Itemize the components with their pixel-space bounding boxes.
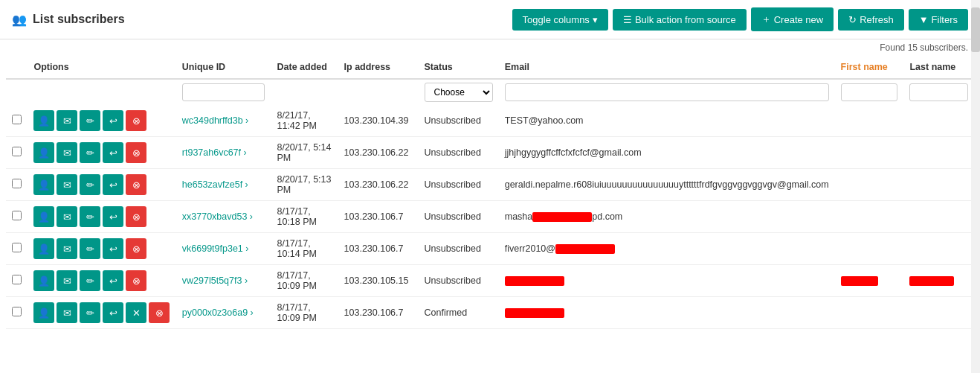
uid-link[interactable]: py000x0z3o6a9 › <box>182 307 254 318</box>
email-button[interactable]: ✉ <box>57 142 77 163</box>
uid-link[interactable]: vw297l5t5q7f3 › <box>182 275 248 286</box>
date-added: 8/17/17, 10:09 PM <box>271 265 338 297</box>
table-row: 👤✉✏↩⊗he653zavfze5f ›8/20/17, 5:13 PM103.… <box>6 169 974 201</box>
uid-link[interactable]: he653zavfze5f › <box>182 179 248 190</box>
first-name <box>835 169 904 201</box>
status: Unsubscribed <box>419 201 499 233</box>
delete-button[interactable]: ⊗ <box>126 206 146 227</box>
row-checkbox[interactable] <box>12 147 22 156</box>
undo-button[interactable]: ↩ <box>103 302 123 323</box>
undo-button[interactable]: ↩ <box>103 270 123 291</box>
email-button[interactable]: ✉ <box>57 206 77 227</box>
email <box>499 297 835 329</box>
table-row: 👤✉✏↩✕⊗py000x0z3o6a9 ›8/17/17, 10:09 PM10… <box>6 297 974 329</box>
edit-button[interactable]: ✏ <box>80 206 100 227</box>
profile-button[interactable]: 👤 <box>33 270 54 291</box>
scrollbar-thumb[interactable] <box>971 7 980 52</box>
delete-button[interactable]: ⊗ <box>149 302 170 323</box>
edit-button[interactable]: ✏ <box>80 238 100 259</box>
uid-filter-input[interactable] <box>182 83 265 101</box>
first-name <box>835 105 904 137</box>
row-checkbox[interactable] <box>12 243 22 252</box>
profile-button[interactable]: 👤 <box>33 238 54 259</box>
uid-link[interactable]: vk6699t9fp3e1 › <box>182 243 249 254</box>
lastname-filter-input[interactable] <box>909 83 968 101</box>
undo-button[interactable]: ↩ <box>103 174 123 195</box>
profile-button[interactable]: 👤 <box>33 142 54 163</box>
email: geraldi.nepalme.r608iuiuuuuuuuuuuuuuuuyt… <box>499 169 835 201</box>
refresh-button[interactable]: ↻ Refresh <box>838 9 904 31</box>
filter-row: Choose Confirmed Unsubscribed <box>6 79 974 105</box>
first-name <box>835 297 904 329</box>
toggle-columns-button[interactable]: Toggle columns <box>512 9 608 31</box>
first-name <box>835 233 904 265</box>
header-first-name: First name <box>835 56 904 79</box>
row-checkbox[interactable] <box>12 179 22 188</box>
redacted-email <box>505 276 564 286</box>
email-button[interactable]: ✉ <box>57 302 77 323</box>
subscribers-table: Options Unique ID Date added Ip address … <box>6 56 974 329</box>
uid-link[interactable]: rt937ah6vc67f › <box>182 147 247 158</box>
header-unique-id: Unique ID <box>176 56 271 79</box>
uid-link[interactable]: wc349dhrffd3b › <box>182 115 248 126</box>
profile-button[interactable]: 👤 <box>33 110 54 131</box>
redacted-firstname <box>841 276 878 286</box>
table-row: 👤✉✏↩⊗rt937ah6vc67f ›8/20/17, 5:14 PM103.… <box>6 137 974 169</box>
email-button[interactable]: ✉ <box>57 270 77 291</box>
bulk-action-button[interactable]: ☰ Bulk action from source <box>613 9 747 31</box>
header-email: Email <box>499 56 835 79</box>
uid-link[interactable]: xx3770xbavd53 › <box>182 211 253 222</box>
undo-button[interactable]: ↩ <box>103 110 123 131</box>
row-checkbox[interactable] <box>12 211 22 220</box>
table-header-row: Options Unique ID Date added Ip address … <box>6 56 974 79</box>
email: mashapd.com <box>499 201 835 233</box>
found-label: Found 15 subscribers. <box>0 39 980 56</box>
profile-button[interactable]: 👤 <box>33 206 54 227</box>
header-ip-address: Ip address <box>338 56 419 79</box>
row-checkbox[interactable] <box>12 307 22 316</box>
row-checkbox[interactable] <box>12 275 22 284</box>
email-button[interactable]: ✉ <box>57 238 77 259</box>
delete-button[interactable]: ⊗ <box>126 174 146 195</box>
delete-button[interactable]: ⊗ <box>126 270 146 291</box>
row-checkbox[interactable] <box>12 115 22 124</box>
email-button[interactable]: ✉ <box>57 110 77 131</box>
undo-button[interactable]: ↩ <box>103 238 123 259</box>
first-name <box>835 201 904 233</box>
status-filter-select[interactable]: Choose Confirmed Unsubscribed <box>425 83 493 102</box>
status: Unsubscribed <box>419 137 499 169</box>
delete-button[interactable]: ⊗ <box>126 142 146 163</box>
last-name <box>903 137 974 169</box>
action-buttons: 👤✉✏↩⊗ <box>33 206 170 227</box>
email-button[interactable]: ✉ <box>57 174 77 195</box>
edit-button[interactable]: ✏ <box>80 174 100 195</box>
profile-button[interactable]: 👤 <box>33 302 54 323</box>
edit-button[interactable]: ✏ <box>80 302 100 323</box>
subscribers-icon: 👥 <box>12 13 27 27</box>
table-row: 👤✉✏↩⊗vw297l5t5q7f3 ›8/17/17, 10:09 PM103… <box>6 265 974 297</box>
first-name <box>835 265 904 297</box>
email: fiverr2010@ <box>499 233 835 265</box>
email-filter-input[interactable] <box>505 83 829 101</box>
action-buttons: 👤✉✏↩✕⊗ <box>33 302 170 323</box>
delete-button[interactable]: ⊗ <box>126 110 146 131</box>
status: Unsubscribed <box>419 169 499 201</box>
date-added: 8/17/17, 10:18 PM <box>271 201 338 233</box>
edit-button[interactable]: ✏ <box>80 142 100 163</box>
x-button[interactable]: ✕ <box>126 302 146 323</box>
edit-button[interactable]: ✏ <box>80 270 100 291</box>
header-checkbox-col <box>6 56 28 79</box>
undo-button[interactable]: ↩ <box>103 206 123 227</box>
create-new-button[interactable]: ＋ Create new <box>751 7 834 31</box>
firstname-filter-input[interactable] <box>841 83 898 101</box>
undo-button[interactable]: ↩ <box>103 142 123 163</box>
delete-button[interactable]: ⊗ <box>126 238 146 259</box>
redacted-email <box>532 212 592 222</box>
scrollbar[interactable] <box>971 0 980 329</box>
first-name <box>835 137 904 169</box>
edit-button[interactable]: ✏ <box>80 110 100 131</box>
filters-button[interactable]: ▼ Filters <box>909 9 968 31</box>
ip-address: 103.230.106.7 <box>338 201 419 233</box>
profile-button[interactable]: 👤 <box>33 174 54 195</box>
last-name <box>903 201 974 233</box>
